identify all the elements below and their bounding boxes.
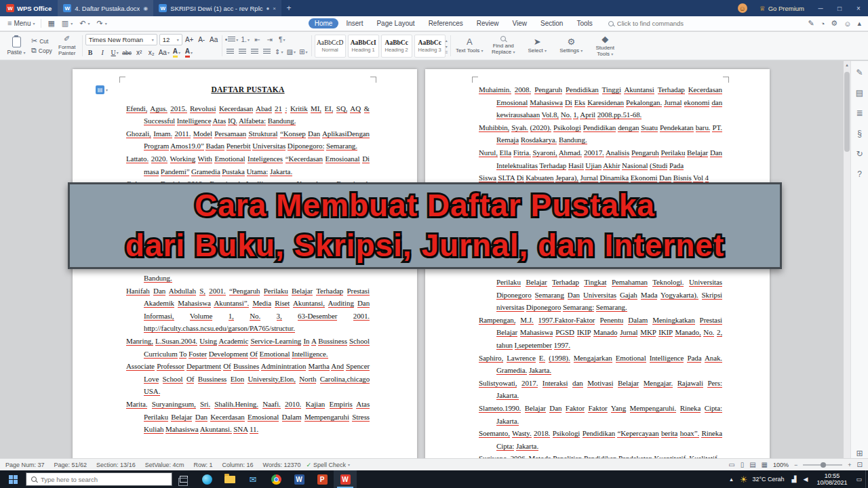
bibliography-entry[interactable]: Bandung. (126, 272, 370, 285)
bibliography-entry[interactable]: Muhibbin, Syah. (2020). Psikologi Pendid… (479, 121, 722, 146)
powerpoint-taskbar-button[interactable]: P (311, 470, 334, 488)
paste-button[interactable]: Paste ▾ (4, 37, 28, 56)
menu-button[interactable]: ≡ Menu ▾ (4, 18, 38, 30)
status-field[interactable]: Words: 12370 (263, 462, 301, 468)
grid-pages-icon[interactable]: ⊞ (856, 449, 863, 458)
fit-page-icon[interactable]: ⊡ (857, 461, 863, 468)
ribbon-tab[interactable]: View (507, 18, 534, 28)
document-tab-daftar-pustaka[interactable]: W 4. Daftar Pustaka.docx ◉ (58, 0, 153, 16)
taskbar-clock[interactable]: 10:55 10/08/2021 (811, 472, 852, 486)
bibliography-entry[interactable]: Efendi, Agus. 2015. Revolusi Kecerdasan … (126, 102, 370, 127)
notification-icon[interactable]: ◔ (821, 20, 825, 28)
bold-button[interactable]: B (85, 47, 96, 58)
font-size-select[interactable]: 12 ▾ (159, 34, 182, 45)
strikethrough-button[interactable]: abc (122, 47, 132, 58)
ribbon-tab[interactable]: Section (534, 18, 569, 28)
copy-button[interactable]: ⧉Copy (31, 47, 52, 54)
status-field[interactable]: Section: 13/16 (96, 462, 136, 468)
edge-taskbar-button[interactable] (195, 470, 218, 488)
bibliography-entry[interactable]: Manring, L.Susan.2004. Using Academic Se… (126, 335, 370, 360)
network-signal-icon[interactable]: ▟ (789, 470, 800, 488)
style-card[interactable]: AaBbCcD Normal (315, 35, 346, 58)
grow-font-button[interactable]: A+ (184, 35, 195, 45)
bibliography-entry[interactable]: Nurul, Ella Fitria. Syaroni, Ahmad. 2001… (479, 146, 722, 171)
collapse-ribbon-icon[interactable]: ▴ (857, 19, 861, 28)
shading-button[interactable]: ▨▾ (286, 47, 296, 57)
borders-button[interactable]: ⊞▾ (298, 47, 309, 57)
file-explorer-taskbar-button[interactable] (218, 470, 241, 488)
bibliography-entry[interactable]: Lattato. 2020. Working With Emotional In… (126, 152, 370, 178)
wps-office-brand[interactable]: W WPS Office (0, 0, 58, 16)
read-view-icon[interactable]: ▭ (728, 461, 734, 468)
zoom-in-button[interactable]: + (848, 462, 851, 468)
find-replace-button[interactable]: Find and Replace ▾ (488, 36, 519, 56)
bibliography-entry[interactable]: Perilaku Belajar Terhadap Tingkat Pemaha… (479, 276, 722, 314)
volume-icon[interactable]: ◀ (800, 470, 812, 488)
zoom-slider[interactable] (803, 464, 842, 466)
ribbon-tab[interactable]: Tools (570, 18, 598, 28)
select-button[interactable]: ➤ Select ▾ (521, 37, 553, 54)
pin-icon[interactable]: ◉ (143, 5, 148, 12)
bibliography-entry[interactable]: Marita. Suryaningsum, Sri. Shalih.Hening… (126, 398, 370, 436)
scroll-up-icon[interactable]: ▴ (844, 62, 850, 68)
font-color-button[interactable]: A▾ (184, 47, 194, 58)
note-icon[interactable]: ▤ (856, 88, 863, 98)
status-field[interactable]: Column: 16 (222, 462, 254, 468)
bibliography-entry[interactable]: Hanifah Dan Abdullah S, 2001. “Pengaruh … (126, 285, 370, 335)
edit-mode-icon[interactable]: ✎ (808, 19, 814, 28)
edit-pen-icon[interactable]: ✎ (856, 68, 863, 77)
document-tab-skripsi[interactable]: W SKRIPSI Dewi (1) acc - rev Rplc ● × (153, 0, 281, 16)
shrink-font-button[interactable]: A- (197, 35, 207, 45)
spell-check-button[interactable]: ✓ Spell Check ▾ (306, 462, 350, 468)
weather-text[interactable]: 32°C Cerah (751, 476, 788, 483)
new-tab-button[interactable]: + (281, 0, 296, 16)
mail-taskbar-button[interactable]: ✉ (241, 470, 264, 488)
underline-button[interactable]: U▾ (110, 47, 120, 58)
status-field[interactable]: SetValue: 4cm (145, 462, 184, 468)
italic-button[interactable]: I (98, 47, 108, 58)
zoom-slider-thumb[interactable] (821, 462, 826, 468)
hidden-icons-chevron[interactable]: ▴ (726, 470, 736, 488)
align-center-button[interactable] (237, 47, 248, 57)
ribbon-tab[interactable]: Home (309, 18, 339, 28)
feedback-smiley-icon[interactable]: ☺ (844, 20, 851, 28)
ribbon-tab[interactable]: Page Layout (370, 18, 420, 28)
bullets-button[interactable]: •▾ (225, 35, 239, 45)
styles-up-icon[interactable]: ▴ (446, 38, 448, 43)
status-field[interactable]: Row: 1 (194, 462, 213, 468)
section-icon[interactable]: § (857, 129, 862, 138)
close-window-button[interactable]: × (849, 5, 868, 12)
outline-view-icon[interactable]: ▤ (749, 461, 755, 468)
bibliography-entry[interactable]: Saphiro, Lawrence E. (1998). Mengajarkan… (479, 352, 722, 377)
status-field[interactable]: Page: 51/62 (54, 462, 87, 468)
decrease-indent-button[interactable]: ⇤ (252, 35, 262, 45)
taskbar-search-input[interactable] (41, 476, 149, 483)
scrollbar-thumb[interactable] (844, 72, 850, 152)
cut-button[interactable]: ✂Cut (31, 37, 52, 45)
clear-format-button[interactable]: Aa (209, 35, 219, 45)
help-icon[interactable]: ? (857, 169, 862, 179)
command-search-input[interactable] (617, 20, 698, 27)
student-tools-button[interactable]: ◆ Student Tools ▾ (589, 35, 620, 58)
web-view-icon[interactable]: ▦ (762, 461, 768, 468)
save-button[interactable]: ▦ (44, 18, 58, 30)
wps-taskbar-button[interactable]: W (334, 470, 357, 488)
start-button[interactable] (0, 470, 26, 488)
text-tools-button[interactable]: A Text Tools ▾ (454, 37, 485, 54)
highlight-color-button[interactable]: A▾ (172, 47, 182, 58)
line-spacing-button[interactable]: ⇕▾ (274, 47, 284, 57)
justify-button[interactable] (262, 47, 272, 57)
zoom-percent[interactable]: 100% (773, 462, 789, 468)
refresh-icon[interactable]: ↻ (856, 149, 863, 159)
close-tab-icon[interactable]: × (273, 5, 276, 12)
status-field[interactable]: Page Num: 37 (5, 462, 45, 468)
paragraph-mark-button[interactable]: ¶▾ (277, 35, 287, 45)
align-right-button[interactable] (250, 47, 260, 57)
show-desktop-button[interactable] (865, 470, 868, 488)
style-card[interactable]: AaBbCcI Heading 1 (348, 35, 379, 58)
style-card[interactable]: AaBbCc Heading 2 (381, 35, 412, 58)
align-left-button[interactable] (225, 47, 235, 57)
superscript-button[interactable]: x² (134, 47, 144, 58)
bibliography-entry[interactable]: Muhaimin. 2008. Pengaruh Pendidikan Ting… (479, 83, 722, 121)
bibliography-entry[interactable]: Slameto.1990. Belajar Dan Faktor Faktor … (479, 402, 722, 427)
